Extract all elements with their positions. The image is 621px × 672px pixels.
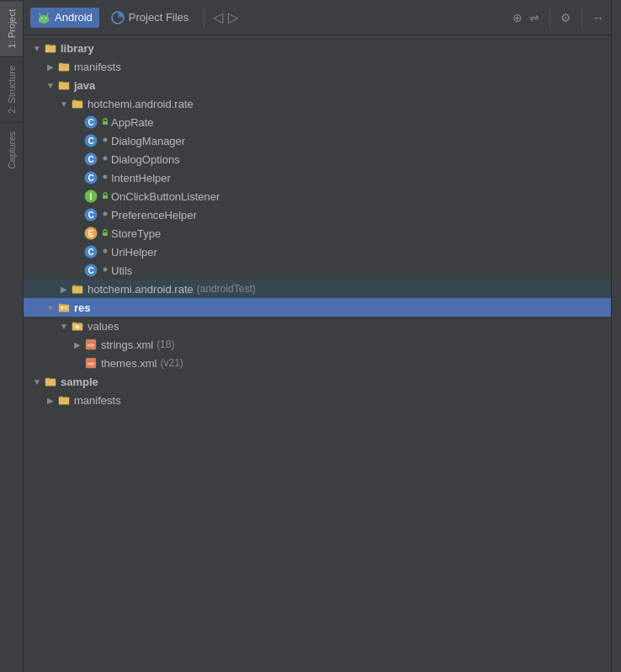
- sidebar-item-project[interactable]: 1: Project: [0, 0, 23, 56]
- tree-item-UriHelper[interactable]: C UriHelper: [24, 243, 611, 261]
- tree-label-values: values: [88, 321, 119, 332]
- android-tab-label: Android: [55, 11, 93, 24]
- svg-text:I: I: [90, 192, 93, 201]
- tree-arrow-sample[interactable]: [30, 375, 44, 388]
- tree-item-DialogManager[interactable]: C DialogManager: [24, 131, 611, 150]
- svg-point-16: [104, 157, 108, 161]
- svg-point-34: [104, 268, 108, 272]
- tree-icon-class-c: C: [84, 171, 98, 184]
- sidebar-item-structure[interactable]: 2: Structure: [0, 56, 23, 122]
- tree-label-PreferenceHelper: PreferenceHelper: [111, 210, 197, 221]
- tree-icon-class-c: C: [84, 115, 98, 129]
- tree-arrow-library[interactable]: [30, 41, 44, 55]
- svg-point-31: [104, 249, 108, 253]
- tab-project-files[interactable]: Project Files: [104, 8, 196, 28]
- tree-icon-xml: </>: [84, 356, 98, 370]
- tree-label-hotchemi_pkg: hotchemi.android.rate: [88, 99, 194, 109]
- item-badge-circle: [101, 247, 109, 257]
- tree-arrow-hotchemi_pkg[interactable]: [57, 97, 71, 110]
- tree-icon-class-i: I: [84, 189, 98, 203]
- expand-icon[interactable]: ↔: [592, 11, 604, 24]
- svg-text:C: C: [88, 173, 93, 183]
- main-content: Android Project Files ◁ ▷ ⊕ ⇌ ⚙ ↔: [24, 0, 611, 672]
- tree-arrow-manifests2[interactable]: [44, 393, 57, 407]
- nav-forward-icon[interactable]: ▷: [228, 9, 238, 25]
- tree-label-sample: sample: [61, 376, 98, 387]
- tree-icon-folder: [57, 393, 71, 407]
- gear-icon[interactable]: ⚙: [560, 11, 571, 24]
- svg-text:C: C: [88, 211, 93, 220]
- tree-icon-xml: </>: [84, 338, 98, 351]
- tree-label-OnClickButtonListener: OnClickButtonListener: [111, 191, 220, 202]
- captures-tab-label: Captures: [7, 131, 17, 169]
- item-badge-circle: [101, 265, 109, 275]
- svg-line-3: [47, 13, 48, 16]
- tree-item-sample[interactable]: sample: [24, 372, 611, 391]
- tab-android[interactable]: Android: [30, 8, 99, 28]
- tree-item-StoreType[interactable]: E StoreType: [24, 224, 611, 243]
- tree-arrow-strings_xml[interactable]: [71, 338, 84, 351]
- nav-back-icon[interactable]: ◁: [213, 9, 223, 25]
- tree-suffix-hotchemi_test: (androidTest): [197, 283, 256, 295]
- tree-icon-folder: [57, 60, 71, 73]
- tree-label-res: res: [74, 302, 91, 313]
- tree-item-Utils[interactable]: C Utils: [24, 261, 611, 280]
- tree-arrow-values[interactable]: [57, 319, 71, 333]
- tree-arrow-manifests[interactable]: [44, 60, 57, 73]
- tree-icon-folder: [44, 41, 57, 55]
- tree-item-PreferenceHelper[interactable]: C PreferenceHelper: [24, 205, 611, 224]
- svg-rect-36: [65, 307, 67, 307]
- svg-text:C: C: [88, 266, 93, 275]
- tree-icon-folder-values: [71, 319, 84, 333]
- structure-tab-label: 2: Structure: [7, 66, 17, 114]
- tree-item-java[interactable]: java: [24, 76, 611, 94]
- tree-item-strings_xml[interactable]: </> strings.xml (18): [24, 335, 611, 354]
- tree-icon-folder: [71, 97, 84, 110]
- tree-label-java: java: [74, 80, 95, 91]
- scrollbar[interactable]: [611, 0, 621, 672]
- sync-icon[interactable]: ⇌: [529, 11, 539, 24]
- tree-item-manifests2[interactable]: manifests: [24, 391, 611, 409]
- item-badge-lock: [101, 191, 109, 201]
- svg-rect-1: [39, 18, 49, 22]
- svg-point-38: [76, 325, 79, 328]
- tree-label-library: library: [61, 43, 94, 54]
- tree-icon-class-e: E: [84, 227, 98, 240]
- tree-item-library[interactable]: library: [24, 39, 611, 57]
- tree-arrow-hotchemi_test[interactable]: [57, 282, 71, 296]
- svg-text:</>: </>: [88, 342, 95, 348]
- svg-text:C: C: [88, 136, 93, 146]
- tree-arrow-res[interactable]: [44, 301, 57, 314]
- svg-text:C: C: [88, 118, 93, 127]
- tree-icon-class-c: C: [84, 264, 98, 277]
- item-badge-circle: [101, 154, 109, 164]
- tree-item-IntentHelper[interactable]: C IntentHelper: [24, 168, 611, 187]
- tree-item-OnClickButtonListener[interactable]: I OnClickButtonListener: [24, 187, 611, 205]
- svg-rect-35: [61, 307, 64, 309]
- project-tab-label: 1: Project: [7, 9, 17, 48]
- tree-item-hotchemi_pkg[interactable]: hotchemi.android.rate: [24, 94, 611, 113]
- item-badge-circle: [101, 210, 109, 220]
- tree-item-manifests[interactable]: manifests: [24, 57, 611, 76]
- svg-text:E: E: [88, 229, 94, 238]
- item-badge-circle: [101, 136, 109, 146]
- add-icon[interactable]: ⊕: [512, 11, 523, 24]
- tree-icon-folder: [57, 78, 71, 92]
- toolbar-divider-1: [204, 8, 204, 27]
- tree-item-values[interactable]: values: [24, 317, 611, 335]
- svg-text:C: C: [88, 248, 93, 257]
- project-files-tab-label: Project Files: [129, 11, 189, 24]
- tree-item-themes_xml[interactable]: </> themes.xml (v21): [24, 354, 611, 372]
- tree-item-AppRate[interactable]: C AppRate: [24, 113, 611, 131]
- tree-icon-class-c: C: [84, 134, 98, 147]
- tree-item-hotchemi_test[interactable]: hotchemi.android.rate (androidTest): [24, 280, 611, 298]
- file-tree[interactable]: library manifests java hotchemi.android.…: [24, 35, 611, 672]
- tree-item-res[interactable]: res: [24, 298, 611, 317]
- item-badge-circle: [101, 173, 109, 183]
- tree-arrow-java[interactable]: [44, 78, 57, 92]
- sidebar-item-captures[interactable]: Captures: [0, 122, 23, 178]
- toolbar-divider-2: [549, 8, 550, 27]
- toolbar: Android Project Files ◁ ▷ ⊕ ⇌ ⚙ ↔: [24, 0, 611, 35]
- svg-point-13: [104, 138, 108, 142]
- tree-item-DialogOptions[interactable]: C DialogOptions: [24, 150, 611, 168]
